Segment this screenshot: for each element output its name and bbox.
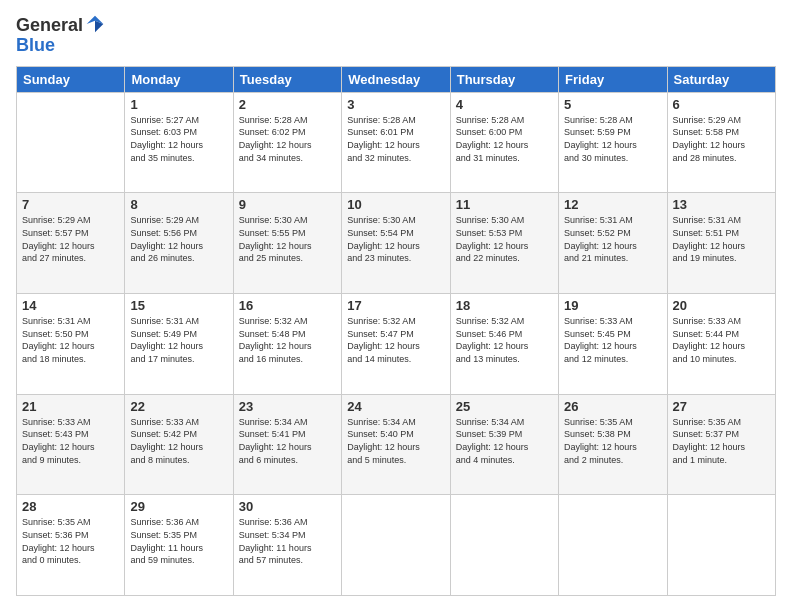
calendar-cell: 6Sunrise: 5:29 AM Sunset: 5:58 PM Daylig… bbox=[667, 92, 775, 193]
calendar-cell bbox=[450, 495, 558, 596]
calendar-cell: 29Sunrise: 5:36 AM Sunset: 5:35 PM Dayli… bbox=[125, 495, 233, 596]
calendar-cell: 24Sunrise: 5:34 AM Sunset: 5:40 PM Dayli… bbox=[342, 394, 450, 495]
day-info: Sunrise: 5:33 AM Sunset: 5:43 PM Dayligh… bbox=[22, 416, 119, 466]
day-info: Sunrise: 5:35 AM Sunset: 5:37 PM Dayligh… bbox=[673, 416, 770, 466]
weekday-header-saturday: Saturday bbox=[667, 66, 775, 92]
day-number: 2 bbox=[239, 97, 336, 112]
day-info: Sunrise: 5:36 AM Sunset: 5:34 PM Dayligh… bbox=[239, 516, 336, 566]
logo: General Blue bbox=[16, 16, 105, 56]
calendar-cell: 28Sunrise: 5:35 AM Sunset: 5:36 PM Dayli… bbox=[17, 495, 125, 596]
calendar-cell bbox=[559, 495, 667, 596]
day-number: 7 bbox=[22, 197, 119, 212]
day-number: 9 bbox=[239, 197, 336, 212]
day-number: 3 bbox=[347, 97, 444, 112]
calendar-cell: 22Sunrise: 5:33 AM Sunset: 5:42 PM Dayli… bbox=[125, 394, 233, 495]
day-number: 15 bbox=[130, 298, 227, 313]
day-info: Sunrise: 5:29 AM Sunset: 5:56 PM Dayligh… bbox=[130, 214, 227, 264]
day-number: 6 bbox=[673, 97, 770, 112]
day-number: 5 bbox=[564, 97, 661, 112]
day-number: 4 bbox=[456, 97, 553, 112]
day-info: Sunrise: 5:29 AM Sunset: 5:58 PM Dayligh… bbox=[673, 114, 770, 164]
day-number: 8 bbox=[130, 197, 227, 212]
day-info: Sunrise: 5:28 AM Sunset: 6:01 PM Dayligh… bbox=[347, 114, 444, 164]
calendar-week-row: 7Sunrise: 5:29 AM Sunset: 5:57 PM Daylig… bbox=[17, 193, 776, 294]
svg-marker-1 bbox=[95, 21, 103, 33]
day-info: Sunrise: 5:33 AM Sunset: 5:45 PM Dayligh… bbox=[564, 315, 661, 365]
day-info: Sunrise: 5:33 AM Sunset: 5:44 PM Dayligh… bbox=[673, 315, 770, 365]
calendar-table: SundayMondayTuesdayWednesdayThursdayFrid… bbox=[16, 66, 776, 596]
day-info: Sunrise: 5:32 AM Sunset: 5:47 PM Dayligh… bbox=[347, 315, 444, 365]
day-info: Sunrise: 5:31 AM Sunset: 5:51 PM Dayligh… bbox=[673, 214, 770, 264]
day-number: 26 bbox=[564, 399, 661, 414]
calendar-cell: 18Sunrise: 5:32 AM Sunset: 5:46 PM Dayli… bbox=[450, 294, 558, 395]
logo-blue: Blue bbox=[16, 36, 55, 56]
calendar-cell: 13Sunrise: 5:31 AM Sunset: 5:51 PM Dayli… bbox=[667, 193, 775, 294]
calendar-cell: 21Sunrise: 5:33 AM Sunset: 5:43 PM Dayli… bbox=[17, 394, 125, 495]
weekday-header-wednesday: Wednesday bbox=[342, 66, 450, 92]
day-number: 12 bbox=[564, 197, 661, 212]
calendar-cell: 16Sunrise: 5:32 AM Sunset: 5:48 PM Dayli… bbox=[233, 294, 341, 395]
calendar-cell: 17Sunrise: 5:32 AM Sunset: 5:47 PM Dayli… bbox=[342, 294, 450, 395]
calendar-cell: 2Sunrise: 5:28 AM Sunset: 6:02 PM Daylig… bbox=[233, 92, 341, 193]
weekday-header-sunday: Sunday bbox=[17, 66, 125, 92]
calendar-cell: 8Sunrise: 5:29 AM Sunset: 5:56 PM Daylig… bbox=[125, 193, 233, 294]
day-info: Sunrise: 5:36 AM Sunset: 5:35 PM Dayligh… bbox=[130, 516, 227, 566]
calendar-cell bbox=[17, 92, 125, 193]
logo-icon bbox=[85, 14, 105, 34]
weekday-header-monday: Monday bbox=[125, 66, 233, 92]
calendar-cell: 5Sunrise: 5:28 AM Sunset: 5:59 PM Daylig… bbox=[559, 92, 667, 193]
header: General Blue bbox=[16, 16, 776, 56]
day-info: Sunrise: 5:30 AM Sunset: 5:55 PM Dayligh… bbox=[239, 214, 336, 264]
calendar-cell bbox=[667, 495, 775, 596]
logo-general: General bbox=[16, 16, 83, 36]
day-info: Sunrise: 5:31 AM Sunset: 5:52 PM Dayligh… bbox=[564, 214, 661, 264]
calendar-cell: 4Sunrise: 5:28 AM Sunset: 6:00 PM Daylig… bbox=[450, 92, 558, 193]
day-number: 10 bbox=[347, 197, 444, 212]
day-number: 25 bbox=[456, 399, 553, 414]
calendar-cell: 15Sunrise: 5:31 AM Sunset: 5:49 PM Dayli… bbox=[125, 294, 233, 395]
day-number: 28 bbox=[22, 499, 119, 514]
day-number: 17 bbox=[347, 298, 444, 313]
calendar-cell: 11Sunrise: 5:30 AM Sunset: 5:53 PM Dayli… bbox=[450, 193, 558, 294]
day-info: Sunrise: 5:29 AM Sunset: 5:57 PM Dayligh… bbox=[22, 214, 119, 264]
day-info: Sunrise: 5:34 AM Sunset: 5:41 PM Dayligh… bbox=[239, 416, 336, 466]
day-number: 16 bbox=[239, 298, 336, 313]
day-number: 22 bbox=[130, 399, 227, 414]
day-number: 23 bbox=[239, 399, 336, 414]
calendar-week-row: 1Sunrise: 5:27 AM Sunset: 6:03 PM Daylig… bbox=[17, 92, 776, 193]
day-info: Sunrise: 5:35 AM Sunset: 5:38 PM Dayligh… bbox=[564, 416, 661, 466]
day-info: Sunrise: 5:27 AM Sunset: 6:03 PM Dayligh… bbox=[130, 114, 227, 164]
calendar-cell: 12Sunrise: 5:31 AM Sunset: 5:52 PM Dayli… bbox=[559, 193, 667, 294]
day-info: Sunrise: 5:28 AM Sunset: 5:59 PM Dayligh… bbox=[564, 114, 661, 164]
day-number: 27 bbox=[673, 399, 770, 414]
day-info: Sunrise: 5:32 AM Sunset: 5:46 PM Dayligh… bbox=[456, 315, 553, 365]
calendar-cell: 25Sunrise: 5:34 AM Sunset: 5:39 PM Dayli… bbox=[450, 394, 558, 495]
day-info: Sunrise: 5:28 AM Sunset: 6:00 PM Dayligh… bbox=[456, 114, 553, 164]
calendar-week-row: 21Sunrise: 5:33 AM Sunset: 5:43 PM Dayli… bbox=[17, 394, 776, 495]
day-number: 20 bbox=[673, 298, 770, 313]
day-number: 11 bbox=[456, 197, 553, 212]
day-number: 13 bbox=[673, 197, 770, 212]
day-info: Sunrise: 5:34 AM Sunset: 5:39 PM Dayligh… bbox=[456, 416, 553, 466]
calendar-cell: 1Sunrise: 5:27 AM Sunset: 6:03 PM Daylig… bbox=[125, 92, 233, 193]
calendar-cell: 23Sunrise: 5:34 AM Sunset: 5:41 PM Dayli… bbox=[233, 394, 341, 495]
day-info: Sunrise: 5:31 AM Sunset: 5:50 PM Dayligh… bbox=[22, 315, 119, 365]
day-number: 14 bbox=[22, 298, 119, 313]
day-info: Sunrise: 5:28 AM Sunset: 6:02 PM Dayligh… bbox=[239, 114, 336, 164]
calendar-cell: 7Sunrise: 5:29 AM Sunset: 5:57 PM Daylig… bbox=[17, 193, 125, 294]
calendar-cell: 19Sunrise: 5:33 AM Sunset: 5:45 PM Dayli… bbox=[559, 294, 667, 395]
calendar-cell: 3Sunrise: 5:28 AM Sunset: 6:01 PM Daylig… bbox=[342, 92, 450, 193]
day-number: 19 bbox=[564, 298, 661, 313]
day-number: 30 bbox=[239, 499, 336, 514]
calendar-cell: 10Sunrise: 5:30 AM Sunset: 5:54 PM Dayli… bbox=[342, 193, 450, 294]
calendar-cell: 14Sunrise: 5:31 AM Sunset: 5:50 PM Dayli… bbox=[17, 294, 125, 395]
weekday-header-friday: Friday bbox=[559, 66, 667, 92]
calendar-cell bbox=[342, 495, 450, 596]
calendar-week-row: 14Sunrise: 5:31 AM Sunset: 5:50 PM Dayli… bbox=[17, 294, 776, 395]
day-number: 21 bbox=[22, 399, 119, 414]
calendar-cell: 26Sunrise: 5:35 AM Sunset: 5:38 PM Dayli… bbox=[559, 394, 667, 495]
calendar-cell: 20Sunrise: 5:33 AM Sunset: 5:44 PM Dayli… bbox=[667, 294, 775, 395]
weekday-header-tuesday: Tuesday bbox=[233, 66, 341, 92]
calendar-cell: 27Sunrise: 5:35 AM Sunset: 5:37 PM Dayli… bbox=[667, 394, 775, 495]
calendar-cell: 30Sunrise: 5:36 AM Sunset: 5:34 PM Dayli… bbox=[233, 495, 341, 596]
